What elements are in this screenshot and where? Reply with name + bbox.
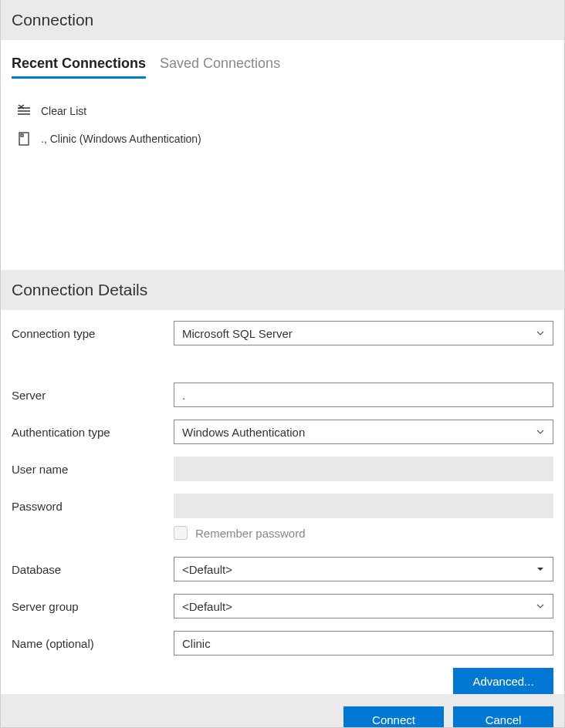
connection-details-panel: Connection type Microsoft SQL Server Ser… xyxy=(1,310,564,694)
password-input xyxy=(174,494,553,518)
chevron-down-icon xyxy=(536,427,545,436)
connection-type-select[interactable]: Microsoft SQL Server xyxy=(174,321,553,345)
server-label: Server xyxy=(12,389,174,402)
server-group-value: <Default> xyxy=(182,600,232,613)
connection-header: Connection xyxy=(1,0,564,40)
server-input[interactable] xyxy=(174,383,553,407)
svg-marker-7 xyxy=(537,568,543,571)
connection-details-header: Connection Details xyxy=(1,270,564,310)
connection-type-label: Connection type xyxy=(12,327,174,340)
database-label: Database xyxy=(12,563,174,576)
auth-type-select[interactable]: Windows Authentication xyxy=(174,420,553,444)
server-icon xyxy=(16,131,32,147)
username-input xyxy=(174,457,553,481)
connection-type-value: Microsoft SQL Server xyxy=(182,327,293,340)
database-value: <Default> xyxy=(182,563,232,576)
connect-button[interactable]: Connect xyxy=(343,706,444,728)
server-group-select[interactable]: <Default> xyxy=(174,594,553,618)
remember-password-label: Remember password xyxy=(195,527,306,540)
chevron-down-icon xyxy=(536,329,545,338)
database-select[interactable]: <Default> xyxy=(174,557,553,581)
auth-type-value: Windows Authentication xyxy=(182,426,305,439)
auth-type-label: Authentication type xyxy=(12,426,174,439)
remember-password-checkbox xyxy=(174,526,188,540)
recent-connection-label: ., Clinic (Windows Authentication) xyxy=(41,133,201,145)
tab-saved-connections[interactable]: Saved Connections xyxy=(160,56,280,79)
tab-recent-connections[interactable]: Recent Connections xyxy=(12,56,146,79)
recent-connection-item[interactable]: ., Clinic (Windows Authentication) xyxy=(12,125,553,153)
cancel-button[interactable]: Cancel xyxy=(453,706,553,728)
password-label: Password xyxy=(12,500,174,513)
clear-list-icon xyxy=(16,103,32,119)
chevron-down-icon xyxy=(536,602,545,611)
tabs: Recent Connections Saved Connections xyxy=(12,40,553,79)
name-label: Name (optional) xyxy=(12,637,174,650)
caret-down-icon xyxy=(536,565,545,574)
recent-connections-panel: Recent Connections Saved Connections Cle… xyxy=(1,40,564,270)
username-label: User name xyxy=(12,463,174,476)
clear-list-label: Clear List xyxy=(41,105,86,117)
name-input[interactable] xyxy=(174,631,553,656)
server-group-label: Server group xyxy=(12,600,174,613)
svg-rect-6 xyxy=(21,134,23,136)
dialog-footer: Connect Cancel xyxy=(1,694,564,728)
clear-list-button[interactable]: Clear List xyxy=(12,97,553,125)
advanced-button[interactable]: Advanced... xyxy=(453,668,553,694)
